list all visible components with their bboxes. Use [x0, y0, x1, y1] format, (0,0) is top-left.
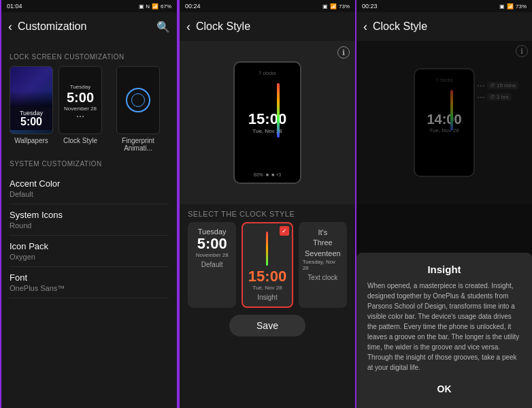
wallpaper-photo [10, 67, 52, 107]
tooltip-text: When opened, a masterpiece is created. I… [367, 281, 521, 373]
font-item[interactable]: Font OnePlus Sans™ [10, 267, 169, 298]
status-bar-3: 00:23 ▣ 📶 73% [356, 0, 532, 12]
page-title-3: Clock Style [373, 20, 525, 33]
system-section-label: SYSTEM CUSTOMIZATION [10, 160, 169, 168]
tooltip-overlay: Insight When opened, a masterpiece is cr… [356, 41, 532, 408]
fingerprint-thumb [116, 66, 160, 134]
status-time-1: 01:04 [7, 3, 22, 10]
wallpapers-label: Wallpapers [14, 137, 48, 144]
fingerprint-option[interactable]: Fingerprint Animati... [107, 66, 169, 152]
status-icons-1: ▣ N 📶 67% [139, 3, 171, 10]
back-button-1[interactable]: ‹ [8, 20, 12, 34]
fp-circle [126, 88, 150, 112]
select-clock-style-label: SELECT THE CLOCK STYLE [180, 204, 355, 222]
insight-tooltip: Insight When opened, a masterpiece is cr… [356, 253, 532, 408]
accent-color-item[interactable]: Accent Color Default [10, 173, 169, 204]
clock-option-default[interactable]: Tuesday 5:00 November 28 Default [188, 222, 236, 308]
wallpapers-thumb: Tuesday 5:00 [10, 66, 53, 134]
top-bar-2: ‹ Clock Style [180, 12, 355, 41]
ok-button[interactable]: OK [424, 381, 465, 397]
clock-option-insight[interactable]: ✓ 15:00 Tue, Nov 28 Insight [242, 222, 293, 308]
clock-preview-area: 7 clocks 15:00 Tue, Nov 28 60% ■ ■ +3 ℹ [180, 41, 355, 204]
selected-checkmark: ✓ [280, 226, 289, 236]
save-btn-area: Save [180, 308, 355, 342]
clock-style-option[interactable]: Tuesday 5:00 November 28 Clock Style [59, 66, 102, 152]
clock-style-thumb: Tuesday 5:00 November 28 [59, 66, 102, 134]
page-title-1: Customization [18, 20, 156, 33]
status-bar-1: 01:04 ▣ N 📶 67% [1, 0, 177, 12]
clock-style-label: Clock Style [63, 137, 97, 144]
panel-clock-style-tooltip: 00:23 ▣ 📶 73% ‹ Clock Style 7 clocks 14:… [356, 0, 532, 408]
insight-bar-preview [277, 83, 280, 138]
insight-bar-option [266, 232, 268, 266]
panel-customization: 01:04 ▣ N 📶 67% ‹ Customization 🔍 LOCK S… [0, 0, 178, 408]
icon-pack-item[interactable]: Icon Pack Oxygen [10, 236, 169, 267]
tooltip-title: Insight [367, 264, 521, 275]
lock-screen-options: Tuesday 5:00 Wallpapers Tuesday 5:00 Nov… [10, 66, 169, 152]
top-bar-3: ‹ Clock Style [356, 12, 532, 41]
clock-options: Tuesday 5:00 November 28 Default ✓ 15:00… [180, 222, 355, 308]
system-section: Accent Color Default System Icons Round … [10, 173, 169, 298]
phone-mockup: 7 clocks 15:00 Tue, Nov 28 60% ■ ■ +3 [233, 61, 301, 184]
panel-clock-style: 00:24 ▣ 📶 73% ‹ Clock Style 7 clocks 15:… [178, 0, 356, 408]
info-button[interactable]: ℹ [337, 46, 350, 59]
page-title-2: Clock Style [196, 20, 348, 33]
search-icon-1[interactable]: 🔍 [156, 20, 170, 33]
top-bar-1: ‹ Customization 🔍 [1, 12, 177, 41]
lock-section-label: LOCK SCREEN CUSTOMIZATION [10, 53, 169, 61]
fingerprint-label: Fingerprint Animati... [107, 137, 169, 152]
tooltip-ok-area: OK [367, 381, 521, 397]
status-bar-2: 00:24 ▣ 📶 73% [180, 0, 355, 12]
back-button-3[interactable]: ‹ [363, 20, 367, 34]
system-icons-item[interactable]: System Icons Round [10, 204, 169, 236]
back-button-2[interactable]: ‹ [186, 20, 190, 34]
text-clock-display: It'sThreeSeventeen [305, 227, 341, 259]
panel3-content: 7 clocks 14:00 Tue, Nov 28 ⏱ 15 mins [356, 41, 532, 408]
save-button[interactable]: Save [229, 315, 305, 336]
wallpapers-option[interactable]: Tuesday 5:00 Wallpapers [10, 66, 53, 152]
customization-content: LOCK SCREEN CUSTOMIZATION Tuesday 5:00 W… [1, 41, 177, 408]
clock-option-text[interactable]: It'sThreeSeventeen Tuesday, Nov 28 Text … [299, 222, 347, 308]
